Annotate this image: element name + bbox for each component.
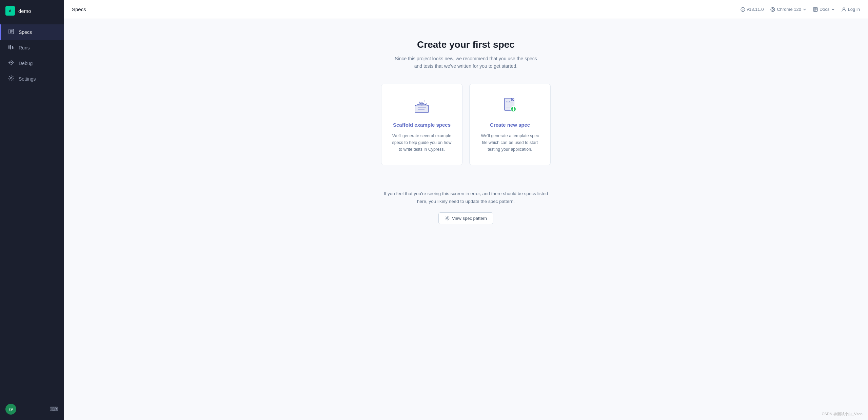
watermark: CSDN @测试小白_Vson (822, 412, 863, 417)
new-spec-icon: </> (500, 96, 519, 115)
create-new-spec-desc: We'll generate a template spec file whic… (479, 132, 541, 153)
view-spec-pattern-button[interactable]: View spec pattern (438, 212, 493, 224)
version-info: v v13.11.0 (741, 7, 764, 12)
chrome-icon (770, 7, 775, 12)
svg-rect-7 (10, 45, 11, 49)
svg-text:d: d (9, 9, 12, 13)
svg-rect-9 (14, 47, 14, 49)
topbar-right: v v13.11.0 Chrome 120 (741, 7, 860, 12)
sidebar-item-settings[interactable]: Settings (0, 71, 64, 87)
sidebar-item-specs-label: Specs (19, 29, 32, 35)
svg-line-22 (774, 10, 775, 10)
create-new-spec-card[interactable]: </> Create new spec We'll generate a tem… (469, 84, 551, 165)
svg-point-32 (426, 103, 427, 104)
nav-items: Specs Runs (0, 22, 64, 398)
sidebar-item-specs[interactable]: Specs (0, 24, 64, 40)
scaffold-card-desc: We'll generate several example specs to … (391, 132, 453, 153)
sidebar-item-runs-label: Runs (19, 45, 30, 50)
svg-text:</>: </> (506, 100, 510, 103)
docs-chevron-icon (831, 8, 835, 11)
sidebar: d demo Specs (0, 0, 64, 420)
view-spec-pattern-label: View spec pattern (452, 216, 487, 221)
sidebar-item-debug-label: Debug (19, 61, 33, 66)
error-message: If you feel that you're seeing this scre… (384, 190, 548, 206)
svg-text:v: v (742, 8, 744, 11)
cards-container: Scaffold example specs We'll generate se… (381, 84, 551, 165)
content-area: Create your first spec Since this projec… (64, 19, 868, 420)
svg-point-16 (11, 78, 12, 79)
docs-icon (813, 7, 818, 12)
docs-link[interactable]: Docs (813, 7, 835, 12)
browser-info[interactable]: Chrome 120 (770, 7, 806, 12)
sidebar-footer: cy ⌨ (0, 398, 64, 420)
version-icon: v (741, 7, 745, 12)
scaffold-card-title: Scaffold example specs (393, 121, 451, 128)
section-divider (364, 179, 568, 179)
cypress-badge: cy (5, 404, 16, 415)
keyboard-shortcut-icon[interactable]: ⌨ (50, 405, 58, 413)
main-area: Specs v v13.11.0 Chrome 120 (64, 0, 868, 420)
page-subheading: Since this project looks new, we recomme… (395, 55, 537, 70)
docs-label: Docs (820, 7, 830, 12)
app-logo: d (5, 6, 15, 16)
svg-point-43 (447, 217, 448, 219)
login-label: Log in (848, 7, 860, 12)
app-name: demo (18, 8, 31, 14)
svg-rect-29 (415, 106, 429, 112)
runs-icon (8, 44, 15, 51)
sidebar-header: d demo (0, 0, 64, 22)
user-icon (842, 7, 846, 12)
browser-label: Chrome 120 (777, 7, 801, 12)
svg-line-23 (771, 10, 772, 10)
sidebar-item-debug[interactable]: Debug (0, 56, 64, 71)
login-button[interactable]: Log in (842, 7, 860, 12)
topbar: Specs v v13.11.0 Chrome 120 (64, 0, 868, 19)
settings-icon (8, 75, 15, 83)
version-label: v13.11.0 (747, 7, 764, 12)
topbar-title: Specs (72, 6, 86, 12)
svg-rect-6 (8, 45, 9, 49)
page-heading: Create your first spec (417, 39, 515, 50)
scaffold-icon (412, 96, 431, 115)
sidebar-item-settings-label: Settings (19, 76, 36, 82)
sidebar-item-runs[interactable]: Runs (0, 40, 64, 56)
svg-rect-8 (12, 46, 13, 49)
gear-icon (445, 216, 450, 220)
svg-point-11 (11, 62, 12, 63)
create-new-spec-title: Create new spec (490, 121, 530, 128)
svg-point-30 (419, 102, 420, 103)
scaffold-card[interactable]: Scaffold example specs We'll generate se… (381, 84, 462, 165)
specs-icon (8, 28, 15, 36)
svg-point-20 (772, 8, 774, 10)
svg-point-31 (424, 100, 425, 101)
debug-icon (8, 60, 15, 67)
chevron-down-icon (803, 8, 806, 11)
